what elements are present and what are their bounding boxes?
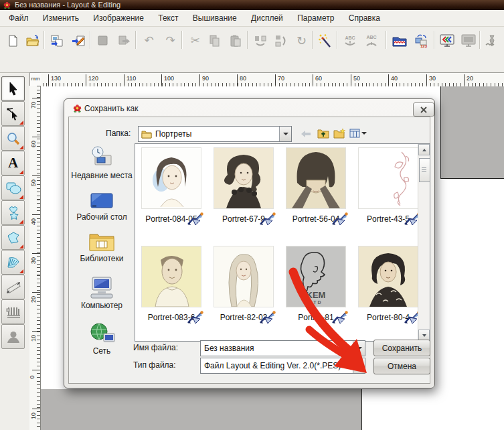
sidebar-item-network[interactable]: Сеть <box>71 321 133 356</box>
magic-wand-button[interactable] <box>315 31 335 50</box>
fan-stitch-tool-icon <box>5 255 21 270</box>
select-tool-button[interactable] <box>1 76 25 101</box>
cancel-button-label: Отмена <box>388 362 416 371</box>
outline-shape-tool-button[interactable] <box>1 200 25 225</box>
sidebar-item-libraries[interactable]: Библиотеки <box>71 229 133 263</box>
scroll-up-button[interactable] <box>418 144 430 155</box>
file-item[interactable]: Portret-82-03 <box>214 246 273 322</box>
sidebar-item-computer[interactable]: Компьютер <box>71 275 133 310</box>
sewing-order-icon: 123 <box>414 33 430 48</box>
save-button-label: Сохранить <box>382 344 422 353</box>
up-folder-button[interactable] <box>316 127 331 140</box>
folder-value: Портреты <box>152 129 279 139</box>
mirror-vertical-icon <box>274 34 287 48</box>
folder-combobox[interactable]: Портреты <box>138 126 292 142</box>
portrait-tool-button[interactable] <box>1 324 25 349</box>
fan-stitch-tool-button[interactable] <box>1 250 25 275</box>
edit-import-button[interactable] <box>69 31 88 50</box>
open-design-button[interactable] <box>23 31 42 50</box>
desktop-icon <box>88 192 115 212</box>
workspace-outside-area-top-right <box>440 86 504 179</box>
edit-import-icon <box>72 34 86 48</box>
v-ruler-label: 50 <box>30 180 37 186</box>
zoom-tool-button[interactable] <box>1 126 25 151</box>
menu-option[interactable]: Параметр <box>291 10 340 26</box>
shape-tool-button[interactable] <box>1 175 25 200</box>
transfer-design-button[interactable] <box>114 31 133 50</box>
filename-combobox[interactable]: Без названия <box>200 340 365 356</box>
back-button[interactable] <box>299 127 313 141</box>
realistic-view-icon <box>439 33 455 48</box>
menu-text[interactable]: Текст <box>152 10 184 26</box>
mirror-vertical-button[interactable] <box>270 31 290 50</box>
menu-image[interactable]: Изображение <box>87 10 150 26</box>
thread-palette-icon <box>392 34 408 48</box>
filetype-combobox[interactable]: Файл Layout & Editing Ver. 2.0(*.PES) <box>200 358 365 374</box>
dialog-close-button[interactable] <box>413 102 434 117</box>
menu-file[interactable]: Файл <box>3 10 35 26</box>
view-menu-button[interactable] <box>348 127 368 140</box>
point-edit-tool-button[interactable] <box>1 101 25 126</box>
thread-palette-button[interactable] <box>390 31 409 50</box>
portrait-thumbnail <box>214 246 273 307</box>
stitch-tool-button[interactable] <box>1 299 25 324</box>
file-item[interactable]: Portret-67-9 <box>214 148 273 224</box>
h-ruler-label: 90 <box>201 75 209 82</box>
new-design-button[interactable] <box>3 31 22 50</box>
scrollbar-thumb[interactable] <box>419 158 430 182</box>
menu-sew[interactable]: Вышивание <box>187 10 243 26</box>
freeform-tool-button[interactable] <box>1 225 25 250</box>
v-ruler-label: 10 <box>30 413 37 419</box>
undo-button[interactable]: ↶ <box>139 31 159 50</box>
transfer-design-icon <box>116 34 131 48</box>
file-item[interactable]: Portret-084-05 <box>142 148 201 224</box>
menu-display[interactable]: Дисплей <box>245 10 289 26</box>
partial-toolbar-button[interactable] <box>501 31 504 50</box>
embroidery-machine-icon <box>186 211 204 226</box>
filetype-value: Файл Layout & Editing Ver. 2.0(*.PES) <box>201 361 353 370</box>
text-tool-button[interactable]: A <box>1 151 25 175</box>
sidebar-item-desktop[interactable]: Рабочий стол <box>71 192 133 222</box>
measure-tool-button[interactable] <box>1 275 25 299</box>
stitch-simulator-button[interactable] <box>482 31 501 50</box>
sidebar-item-label: Сеть <box>71 347 133 356</box>
screen-image-button[interactable] <box>458 31 478 50</box>
file-item[interactable]: KEM LTD Portret-81 <box>286 246 345 322</box>
text-arc-down-button[interactable]: ABC <box>340 31 359 50</box>
realistic-view-button[interactable] <box>437 31 456 50</box>
design-page-button[interactable] <box>93 31 112 50</box>
sewing-order-button[interactable]: 123 <box>412 31 431 50</box>
rotate-button[interactable]: ↻ <box>292 31 311 50</box>
menu-edit[interactable]: Изменить <box>37 10 85 26</box>
paste-button[interactable] <box>226 31 245 50</box>
file-item[interactable]: Portret-56-04 <box>286 148 345 224</box>
v-ruler-label: 20 <box>30 296 37 303</box>
folder-dropdown-button[interactable] <box>279 127 291 141</box>
paste-icon <box>229 34 242 48</box>
sidebar-item-recent-places[interactable]: Недавние места <box>71 145 133 180</box>
filetype-dropdown-button[interactable] <box>353 358 365 373</box>
logo-text-kem: KEM <box>307 290 326 300</box>
file-item[interactable]: Portret-80-4 <box>359 246 418 322</box>
dialog-flower-icon <box>72 103 82 113</box>
profile-logo-thumbnail: KEM LTD <box>286 246 345 307</box>
file-item[interactable]: Portret-083-6 <box>142 246 201 322</box>
import-design-icon <box>50 34 64 48</box>
import-design-button[interactable] <box>47 31 66 50</box>
save-button[interactable]: Сохранить <box>373 340 430 356</box>
mirror-horizontal-button[interactable] <box>250 31 270 50</box>
copy-button[interactable] <box>205 31 224 50</box>
file-item[interactable]: Portret-43-5 <box>359 148 418 224</box>
open-design-icon <box>25 34 40 48</box>
text-arc-up-button[interactable]: ABC <box>361 31 381 50</box>
filename-dropdown-button[interactable] <box>353 341 365 356</box>
new-folder-button[interactable] <box>332 127 347 140</box>
horizontal-ruler: 130 120 110 100 90 80 70 60 50 40 30 20 <box>41 72 504 87</box>
sidebar-item-label: Рабочий стол <box>71 213 133 222</box>
menu-help[interactable]: Справка <box>343 10 386 26</box>
redo-button[interactable]: ↷ <box>161 31 180 50</box>
cancel-button[interactable]: Отмена <box>373 358 430 374</box>
computer-icon <box>87 275 116 300</box>
cut-button[interactable]: ✂ <box>185 31 205 50</box>
embroidery-machine-icon <box>331 211 349 226</box>
